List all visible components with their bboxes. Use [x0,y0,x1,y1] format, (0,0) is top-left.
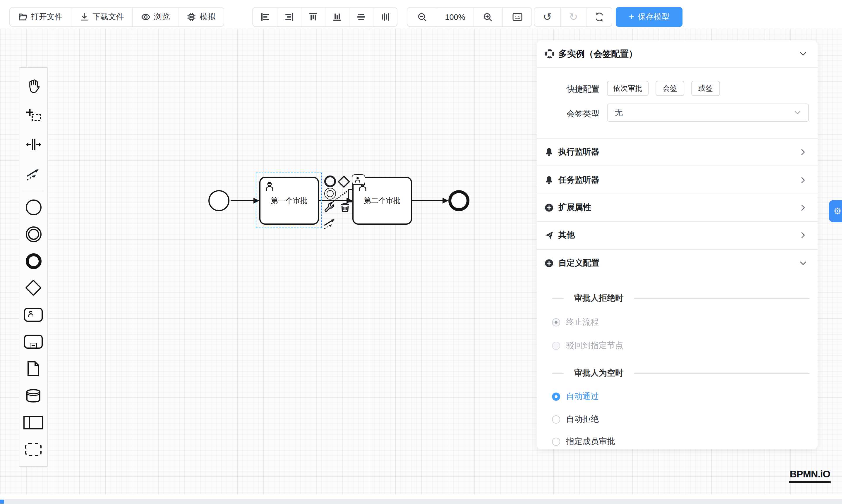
palette-group[interactable] [19,436,48,463]
section-execution-listener[interactable]: 执行监听器 [537,138,818,166]
reject-group-divider: 审批人拒绝时 [537,293,818,304]
align-top-icon [309,12,318,22]
refresh-button[interactable] [586,7,612,26]
undo-icon: ↺ [543,12,552,22]
palette-user-task[interactable] [19,301,48,328]
append-text-annotation-button[interactable] [348,189,353,202]
save-model-label: 保存模型 [638,12,669,22]
panel-header[interactable]: 多实例（会签配置） [537,40,818,67]
zoom-out-button[interactable] [407,7,437,26]
hand-tool[interactable] [19,71,48,101]
delete-button[interactable] [339,202,351,215]
radio-auto-pass[interactable]: 自动通过 [552,391,599,402]
zoom-in-button[interactable] [473,7,502,26]
palette-participant[interactable] [19,409,48,436]
palette-data-store[interactable] [19,382,48,409]
sequence-flow-1[interactable] [231,200,253,201]
radio-checked-icon[interactable] [552,393,560,401]
open-file-button[interactable]: 打开文件 [10,7,71,26]
align-top-button[interactable] [301,7,325,26]
chevron-down-icon[interactable] [799,50,807,58]
data-object-icon [27,361,40,376]
empty-group-divider: 审批人为空时 [537,368,818,379]
save-model-button[interactable]: + 保存模型 [616,7,683,27]
space-tool[interactable] [19,130,48,159]
simulate-button[interactable]: 模拟 [178,7,224,26]
lasso-tool[interactable] [19,101,48,130]
align-right-button[interactable] [277,7,301,26]
start-event-node[interactable] [208,190,229,211]
sign-type-select[interactable]: 无 [607,104,809,122]
svg-text:1:1: 1:1 [514,15,520,20]
palette-start-event[interactable] [19,194,48,220]
align-center-horizontal-button[interactable] [349,7,373,26]
align-middle-vertical-button[interactable] [373,7,397,26]
palette-intermediate-event[interactable] [19,220,48,248]
append-gateway-button[interactable] [338,176,350,188]
chip-icon [187,12,196,22]
redo-button[interactable]: ↻ [560,7,586,26]
bottom-strip [0,499,842,504]
zoom-out-icon [417,12,427,22]
section-custom-config[interactable]: 自定义配置 [537,249,818,277]
radio-label: 指定成员审批 [566,436,615,447]
radio-unchecked-icon[interactable] [552,437,560,446]
append-user-task-button[interactable] [352,174,365,185]
eye-icon [141,12,151,22]
radio-auto-reject[interactable]: 自动拒绝 [552,414,599,425]
file-button-group: 打开文件 下载文件 浏览 模拟 [10,7,224,27]
quick-option-countersign-button[interactable]: 会签 [655,81,684,96]
gateway-icon [25,280,42,296]
group-icon [25,443,41,456]
global-connect-tool[interactable] [19,159,48,188]
align-bottom-button[interactable] [325,7,349,26]
properties-panel: 多实例（会签配置） 快捷配置 依次审批 会签 或签 会签类型 无 执行监听器 任… [537,40,818,449]
user-task-node-1[interactable]: 第一个审批 [259,177,319,224]
radio-label: 自动通过 [566,391,599,402]
palette-subprocess[interactable] [19,328,48,355]
settings-side-tab[interactable]: ⚙ [828,200,842,222]
section-task-listener[interactable]: 任务监听器 [537,166,818,194]
zoom-button-group: 100% 1:1 [407,7,532,27]
panel-title: 多实例（会签配置） [558,48,799,59]
undo-button[interactable]: ↺ [534,7,560,26]
palette-gateway[interactable] [19,274,48,301]
chevron-down-icon [799,259,807,267]
radio-unchecked-icon[interactable] [552,415,560,424]
gear-icon: ⚙ [834,206,841,216]
radio-label: 终止流程 [566,317,599,328]
end-event-icon [25,253,41,269]
end-event-node[interactable] [449,190,470,211]
chevron-right-icon [799,148,807,156]
chevron-down-icon [794,109,801,116]
palette-end-event[interactable] [19,248,48,274]
sequence-flow-3[interactable] [412,200,442,201]
bpmn-io-logo[interactable]: BPMN.iO [789,469,830,483]
align-center-horizontal-icon [356,12,366,22]
radio-label: 自动拒绝 [566,414,599,425]
append-intermediate-event-button[interactable] [324,188,336,199]
reset-zoom-button[interactable]: 1:1 [502,7,531,26]
sequence-flow-3-arrowhead [442,198,449,203]
quick-option-sequential-button[interactable]: 依次审批 [607,81,649,96]
user-task-icon [24,308,43,322]
toolbar: 打开文件 下载文件 浏览 模拟 100% [0,0,842,29]
radio-checked-disabled-icon [552,318,560,326]
align-left-button[interactable] [253,7,277,26]
bell-icon [544,175,554,184]
section-label: 自定义配置 [558,258,799,269]
append-end-event-button[interactable] [324,176,336,187]
change-type-button[interactable] [324,202,335,215]
section-extension-properties[interactable]: 扩展属性 [537,194,818,221]
wrench-icon [324,202,335,213]
radio-assign-member[interactable]: 指定成员审批 [552,436,615,447]
download-file-button[interactable]: 下载文件 [71,7,132,26]
palette-data-object[interactable] [19,355,48,382]
connect-tool-button[interactable] [323,217,337,232]
simulate-label: 模拟 [199,12,215,22]
preview-button[interactable]: 浏览 [132,7,178,26]
trash-icon [339,202,351,212]
plus-icon: + [629,12,634,22]
quick-option-orsign-button[interactable]: 或签 [691,81,720,96]
section-other[interactable]: 其他 [537,221,818,249]
